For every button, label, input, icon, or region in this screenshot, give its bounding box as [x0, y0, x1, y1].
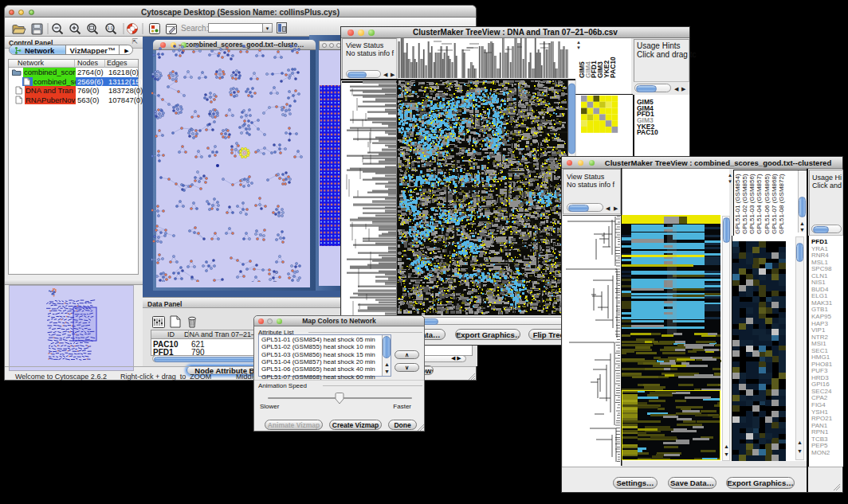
svg-text:GPL51-01 (GSM854): GPL51-01 (GSM854) [734, 174, 741, 234]
svg-text:GPL51-02 (GSM855): GPL51-02 (GSM855) [741, 174, 748, 234]
svg-text:GPL51-03 (GSM856): GPL51-03 (GSM856) [748, 174, 756, 234]
svg-text:GPL51-07 (GSM868): GPL51-07 (GSM868) [771, 174, 778, 234]
svg-text:GPL51-06 (GSM865): GPL51-06 (GSM865) [764, 174, 771, 234]
svg-text:GPL51-04 (GSM857): GPL51-04 (GSM857) [756, 174, 763, 234]
svg-text:GPL51-08 (GSM872): GPL51-08 (GSM872) [778, 174, 785, 234]
